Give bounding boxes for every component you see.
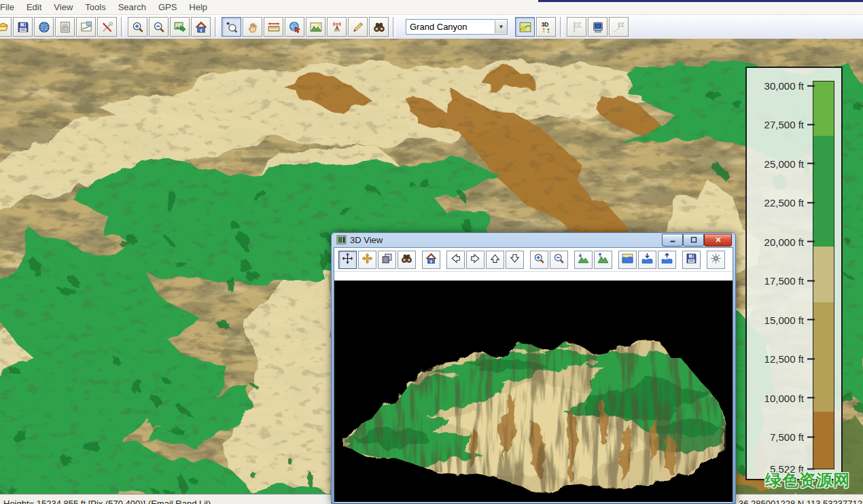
legend-label: 10,000 ft [764, 392, 804, 403]
water-display-button[interactable] [618, 251, 637, 269]
zoom-out-icon [153, 21, 165, 33]
menu-tools[interactable]: Tools [79, 0, 111, 14]
zoom-out-button[interactable] [149, 17, 169, 37]
track-button[interactable] [609, 17, 629, 37]
close-button[interactable] [704, 234, 732, 247]
menu-gps[interactable]: GPS [152, 0, 183, 14]
home-icon [195, 21, 207, 33]
arrow-left-icon [450, 253, 461, 267]
chevron-down-icon[interactable]: ▼ [495, 20, 507, 33]
menu-file[interactable]: File [0, 0, 20, 14]
pan-hand-icon [247, 21, 259, 33]
waypoint-button[interactable] [567, 17, 586, 37]
copy-view-button[interactable] [378, 251, 396, 269]
3d-window-titlebar[interactable]: 3D View [334, 232, 733, 247]
3d-view-window: 3D View [331, 232, 736, 504]
legend-label: 20,000 ft [764, 236, 804, 247]
legend-tick [807, 241, 815, 242]
legend-row: 10,000 ft [747, 392, 815, 403]
rotate-right-button[interactable] [466, 251, 485, 269]
elevation-legend: 30,000 ft27,500 ft25,000 ft22,500 ft20,0… [745, 67, 843, 480]
web-data-button[interactable] [34, 17, 54, 37]
map-layout-button[interactable] [76, 17, 96, 37]
zoom-in-icon [533, 253, 545, 267]
legend-label: 7,500 ft [770, 431, 804, 443]
legend-color-segment [813, 82, 834, 136]
full-view-button[interactable] [191, 17, 211, 37]
legend-row: 27,500 ft [747, 119, 815, 130]
configure-button[interactable] [97, 17, 117, 37]
rotate-left-button[interactable] [446, 251, 465, 269]
vex-down-icon [578, 253, 589, 267]
find-button[interactable] [369, 17, 389, 37]
tilt-down-button[interactable] [506, 251, 524, 269]
save-button[interactable] [13, 17, 33, 37]
pan-3d-button[interactable] [338, 251, 357, 269]
legend-label: 25,000 ft [764, 158, 804, 169]
menu-view[interactable]: View [48, 0, 79, 14]
tilt-up-button[interactable] [486, 251, 504, 269]
zoom-in-3d-button[interactable] [530, 251, 548, 269]
save-icon [686, 253, 697, 267]
legend-tick [807, 319, 815, 321]
digitizer-button[interactable] [348, 17, 368, 37]
arrow-up-icon [489, 253, 501, 267]
metadata-button[interactable] [55, 17, 75, 37]
minimize-icon [669, 236, 676, 243]
water-lower-button[interactable] [638, 251, 656, 269]
move-3d-button[interactable] [358, 251, 376, 269]
find-binoculars-icon [401, 253, 412, 267]
svg-text:3D: 3D [541, 21, 548, 28]
menu-edit[interactable]: Edit [20, 0, 48, 14]
save-icon [17, 21, 29, 33]
zoom-tool-button[interactable] [222, 17, 241, 37]
shader-button[interactable] [515, 17, 535, 37]
legend-row: 12,500 ft [747, 353, 815, 365]
menu-search[interactable]: Search [112, 0, 152, 14]
view-shed-button[interactable] [327, 17, 347, 37]
3d-viewport[interactable] [334, 281, 733, 502]
home-icon [425, 253, 437, 267]
display-options-button[interactable] [707, 251, 725, 269]
3d-view-toolbar [334, 248, 733, 272]
water-level-icon [622, 253, 633, 267]
track-flag-icon [613, 21, 625, 33]
exaggeration-down-button[interactable] [574, 251, 593, 269]
pan-tool-button[interactable] [243, 17, 262, 37]
save-image-button[interactable] [682, 251, 701, 269]
feature-info-button[interactable] [285, 17, 304, 37]
legend-tick [807, 163, 815, 164]
legend-label: 30,000 ft [764, 80, 804, 92]
water-raise-button[interactable] [658, 251, 676, 269]
location-selector[interactable]: Grand Canyon▼ [406, 19, 508, 35]
legend-tick [807, 202, 815, 203]
menu-help[interactable]: Help [183, 0, 213, 14]
globe-search-icon [289, 21, 301, 33]
find-3d-button[interactable] [398, 251, 416, 269]
rotate-tool-icon [342, 253, 353, 267]
legend-tick [807, 358, 815, 359]
view-3d-button[interactable]: 3D [536, 17, 556, 37]
terrain-layer-button[interactable] [306, 17, 325, 37]
add-image-button[interactable] [170, 17, 190, 37]
legend-row: 17,500 ft [747, 275, 815, 287]
waypoint-flag-icon [571, 21, 583, 33]
zoom-in-button[interactable] [128, 17, 147, 37]
toolbar-separator [215, 17, 217, 37]
add-image-icon [174, 21, 186, 33]
exaggeration-up-button[interactable] [594, 251, 612, 269]
maximize-button[interactable] [683, 234, 704, 247]
legend-color-segment [813, 302, 834, 412]
draw-pencil-icon [352, 21, 364, 33]
render-burst-icon [710, 253, 722, 267]
measure-tool-button[interactable] [264, 17, 283, 37]
legend-tick [807, 436, 815, 437]
reset-view-button[interactable] [422, 251, 440, 269]
minimize-button[interactable] [662, 234, 683, 247]
zoom-out-3d-button[interactable] [550, 251, 568, 269]
vex-up-icon [597, 253, 609, 267]
legend-label: 22,500 ft [764, 197, 804, 209]
legend-color-segment [813, 136, 834, 247]
gps-button[interactable] [588, 17, 607, 37]
open-button[interactable] [0, 17, 12, 37]
